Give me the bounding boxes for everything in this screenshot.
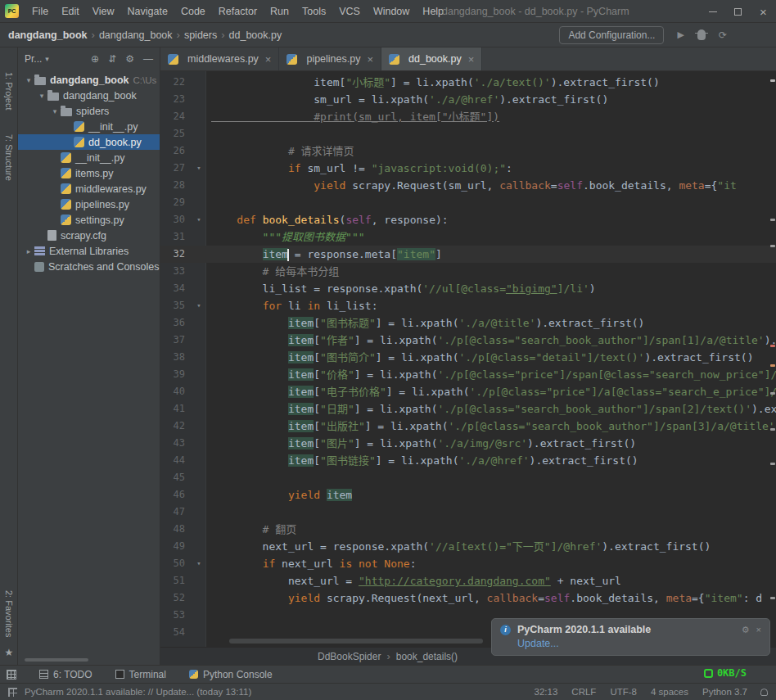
code-line[interactable]: 27▾ if sm_url != "javascript:void(0);": bbox=[160, 160, 776, 177]
menu-item-tools[interactable]: Tools bbox=[296, 0, 332, 23]
line-number[interactable]: 53 bbox=[160, 607, 192, 624]
hide-panel-icon[interactable]: — bbox=[143, 53, 153, 65]
code-text[interactable]: if sm_url != "javascript:void(0);": bbox=[206, 160, 512, 177]
code-text[interactable] bbox=[206, 504, 211, 521]
tree-item[interactable]: pipelines.py bbox=[18, 196, 160, 212]
code-line[interactable]: 31 """提取图书数据""" bbox=[160, 228, 776, 246]
code-line[interactable]: 44 item["图书链接"] = li.xpath('./a/@href').… bbox=[160, 452, 776, 469]
fold-marker[interactable] bbox=[192, 125, 206, 142]
code-text[interactable]: yield scrapy.Request(next_url, callback=… bbox=[206, 589, 762, 607]
tree-item[interactable]: ▾spiders bbox=[18, 103, 160, 119]
status-line-separator[interactable]: CRLF bbox=[571, 687, 596, 697]
line-number[interactable]: 30 bbox=[160, 211, 192, 228]
fold-marker[interactable] bbox=[192, 91, 206, 108]
debug-icon[interactable] bbox=[697, 29, 706, 40]
code-line[interactable]: 25 bbox=[160, 125, 776, 142]
line-number[interactable]: 22 bbox=[160, 74, 192, 91]
line-number[interactable]: 24 bbox=[160, 108, 192, 125]
code-line[interactable]: 22 item["小标题"] = li.xpath('./a/text()').… bbox=[160, 74, 776, 91]
line-number[interactable]: 54 bbox=[160, 624, 192, 641]
line-number[interactable]: 26 bbox=[160, 142, 192, 160]
line-number[interactable]: 41 bbox=[160, 400, 192, 418]
tab-close-icon[interactable]: × bbox=[367, 53, 373, 65]
tool-window-button[interactable]: 7: Structure bbox=[4, 134, 14, 181]
code-line[interactable]: 52 yield scrapy.Request(next_url, callba… bbox=[160, 589, 776, 607]
tree-item[interactable]: ▸External Libraries bbox=[18, 243, 160, 259]
fold-marker[interactable] bbox=[192, 538, 206, 555]
menu-item-file[interactable]: File bbox=[25, 0, 55, 23]
chevron-down-icon[interactable]: ▾ bbox=[23, 76, 34, 84]
stripe-mark[interactable] bbox=[770, 345, 775, 347]
code-line[interactable]: 45 bbox=[160, 469, 776, 486]
breadcrumb-item[interactable]: dangdang_book bbox=[8, 29, 88, 41]
code-line[interactable]: 46 yield item bbox=[160, 486, 776, 504]
menu-item-edit[interactable]: Edit bbox=[55, 0, 86, 23]
editor-breadcrumb-item[interactable]: book_details() bbox=[396, 651, 458, 662]
line-number[interactable]: 23 bbox=[160, 91, 192, 108]
tree-item[interactable]: scrapy.cfg bbox=[18, 228, 160, 243]
code-text[interactable]: # 翻页 bbox=[206, 521, 296, 538]
fold-marker[interactable]: ▾ bbox=[192, 211, 206, 228]
code-text[interactable]: item["作者"] = li.xpath('./p[@class="searc… bbox=[206, 332, 776, 349]
fold-marker[interactable] bbox=[192, 74, 206, 91]
tab-close-icon[interactable]: × bbox=[468, 53, 475, 65]
notifications-bell-icon[interactable] bbox=[760, 689, 768, 696]
code-line[interactable]: 48 # 翻页 bbox=[160, 521, 776, 538]
toolwindow-button-python-console[interactable]: Python Console bbox=[189, 669, 273, 680]
stripe-mark[interactable] bbox=[770, 245, 775, 247]
code-line[interactable]: 39 item["价格"] = li.xpath('./p[@class="pr… bbox=[160, 366, 776, 383]
fold-marker[interactable] bbox=[192, 332, 206, 349]
code-text[interactable] bbox=[206, 624, 211, 641]
run-icon[interactable]: ▶ bbox=[677, 29, 684, 40]
line-number[interactable]: 43 bbox=[160, 435, 192, 452]
fold-marker[interactable] bbox=[192, 383, 206, 400]
error-stripe[interactable] bbox=[769, 71, 776, 647]
code-text[interactable]: item["图片"] = li.xpath('./a/img/@src').ex… bbox=[206, 435, 636, 452]
code-line[interactable]: 30▾ def book_details(self, response): bbox=[160, 211, 776, 228]
line-number[interactable]: 36 bbox=[160, 314, 192, 332]
tab-pipelines.py[interactable]: pipelines.py× bbox=[279, 47, 381, 70]
fold-marker[interactable] bbox=[192, 108, 206, 125]
code-text[interactable]: item["出版社"] = li.xpath('./p[@class="sear… bbox=[206, 418, 776, 435]
rerun-icon[interactable]: ⟳ bbox=[719, 29, 727, 41]
project-view-selector[interactable]: Pr... bbox=[25, 53, 42, 65]
code-text[interactable] bbox=[206, 125, 211, 142]
line-number[interactable]: 39 bbox=[160, 366, 192, 383]
code-line[interactable]: 24 #print(sm_url, item["小标题"]) bbox=[160, 108, 776, 125]
favorites-star-icon[interactable] bbox=[0, 647, 18, 658]
gear-icon[interactable]: ⚙ bbox=[125, 53, 134, 65]
tab-close-icon[interactable]: × bbox=[265, 53, 272, 65]
line-number[interactable]: 50 bbox=[160, 555, 192, 572]
fold-marker[interactable] bbox=[192, 228, 206, 246]
code-line[interactable]: 40 item["电子书价格"] = li.xpath('./p[@class=… bbox=[160, 383, 776, 400]
fold-marker[interactable] bbox=[192, 263, 206, 280]
code-text[interactable]: # 请求详情页 bbox=[206, 142, 354, 160]
line-number[interactable]: 34 bbox=[160, 280, 192, 297]
minimize-button[interactable] bbox=[700, 0, 725, 23]
code-text[interactable]: yield item bbox=[206, 486, 352, 504]
fold-marker[interactable] bbox=[192, 572, 206, 589]
chevron-down-icon[interactable]: ▾ bbox=[36, 92, 47, 100]
code-line[interactable]: 38 item["图书简介"] = li.xpath('./p[@class="… bbox=[160, 349, 776, 366]
notification-close-icon[interactable]: × bbox=[756, 625, 761, 635]
chevron-down-icon[interactable]: ▾ bbox=[49, 107, 61, 115]
toolwindow-button-terminal[interactable]: Terminal bbox=[115, 669, 166, 680]
fold-marker[interactable]: ▾ bbox=[192, 555, 206, 572]
code-text[interactable]: next_url = response.xpath('//a[text()="下… bbox=[206, 538, 711, 555]
code-line[interactable]: 32 item = response.meta["item"] bbox=[160, 246, 776, 263]
menu-item-code[interactable]: Code bbox=[174, 0, 212, 23]
code-line[interactable]: 26 # 请求详情页 bbox=[160, 142, 776, 160]
code-text[interactable]: item["图书链接"] = li.xpath('./a/@href').ext… bbox=[206, 452, 638, 469]
tree-item[interactable]: Scratches and Consoles bbox=[18, 259, 160, 274]
maximize-button[interactable] bbox=[725, 0, 751, 23]
code-line[interactable]: 41 item["日期"] = li.xpath('./p[@class="se… bbox=[160, 400, 776, 418]
stripe-mark[interactable] bbox=[770, 79, 775, 82]
editor-breadcrumb-item[interactable]: DdBookSpider bbox=[318, 651, 381, 662]
code-text[interactable]: if next_url is not None: bbox=[206, 555, 417, 572]
line-number[interactable]: 48 bbox=[160, 521, 192, 538]
stripe-mark[interactable] bbox=[770, 392, 775, 395]
toolwindow-button-todo[interactable]: 6: TODO bbox=[39, 669, 92, 680]
breadcrumb-item[interactable]: dangdang_book bbox=[99, 29, 173, 41]
code-text[interactable]: item["图书简介"] = li.xpath('./p[@class="det… bbox=[206, 349, 754, 366]
code-line[interactable]: 34 li_list = response.xpath('//ul[@class… bbox=[160, 280, 776, 297]
